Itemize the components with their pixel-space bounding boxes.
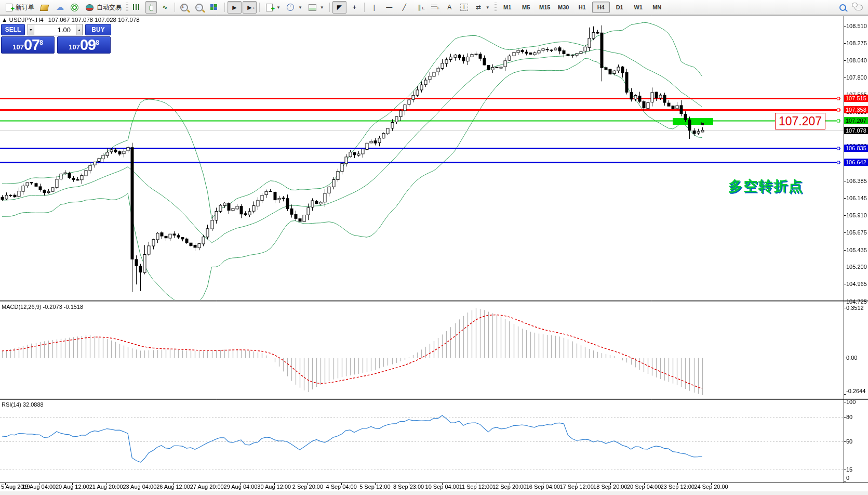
price-level-badge[interactable]: 107.207 (844, 117, 868, 124)
crosshair-button[interactable]: + (348, 1, 362, 14)
price-level-badge[interactable]: 106.642 (844, 159, 868, 166)
candle-chart-button[interactable] (145, 1, 157, 14)
autotrade-button[interactable]: 自动交易 (83, 1, 124, 14)
label-tool-button[interactable]: T (458, 1, 471, 14)
time-tick-label: 26 Aug 12:00 (156, 484, 190, 490)
vline-tool-button[interactable]: | (367, 1, 381, 14)
timeframe-D1[interactable]: D1 (611, 2, 629, 13)
timeframe-W1[interactable]: W1 (630, 2, 647, 13)
volume-input[interactable]: 1.00 (34, 24, 76, 35)
buy-price-sup: 8 (96, 40, 99, 46)
fibonacci-tool-button[interactable]: F (428, 1, 442, 14)
sell-button[interactable]: SELL (1, 24, 25, 35)
price-level-badge[interactable]: 106.835 (844, 145, 868, 152)
macd-tick-label: 0.00 (846, 355, 857, 361)
volume-down-button[interactable]: ▼ (28, 24, 34, 35)
price-tick-label: 104.965 (846, 281, 867, 287)
timeframe-M1[interactable]: M1 (499, 2, 516, 13)
time-tick-label: 12 Sep 20:00 (492, 484, 526, 490)
periods-button[interactable]: ▼ (284, 1, 305, 14)
signals-button[interactable] (68, 1, 82, 14)
buy-price-big: 09 (80, 37, 96, 53)
time-tick-label: 24 Sep 20:00 (694, 484, 728, 490)
time-tick-label: 5 Sep 12:00 (359, 484, 390, 490)
vline-icon: | (370, 3, 379, 11)
timeframe-group: M1M5M15M30H1H4D1W1MN (499, 2, 666, 13)
shapes-tool-button[interactable]: ⇄▼ (472, 1, 492, 14)
chat-button[interactable] (852, 1, 866, 14)
line-chart-button[interactable]: ∿ (158, 1, 172, 14)
time-axis: 5 Aug 201919 Aug 04:0020 Aug 12:0021 Aug… (0, 484, 868, 491)
sell-label: SELL (5, 26, 21, 33)
rsi-tick-label: 15 (846, 466, 852, 473)
timeframe-MN[interactable]: MN (648, 2, 666, 13)
time-tick-label: 8 Sep 23:00 (393, 484, 424, 490)
buy-price-panel[interactable]: 107098 (57, 36, 111, 54)
mt4-window: { "toolbar": { "new_order": "新订单", "auto… (0, 0, 868, 495)
timeframe-H1[interactable]: H1 (573, 2, 591, 13)
annotation-text[interactable]: 多空转折点 (728, 177, 804, 196)
bar-chart-button[interactable] (130, 1, 144, 14)
gold-icon (40, 5, 49, 11)
market-button[interactable] (38, 1, 52, 14)
toolbar: 新订单 ☁ 自动交易 ∿ + − ▶ ▶+ ▼ ▼ ▼ ◤ + | — ╱ ∥E… (0, 0, 868, 15)
community-button[interactable]: ☁ (53, 1, 67, 14)
cursor-button[interactable]: ◤ (332, 1, 346, 14)
channel-tool-button[interactable]: ∥E (412, 1, 426, 14)
new-order-button[interactable]: 新订单 (2, 1, 37, 14)
time-tick-label: 18 Sep 20:00 (593, 484, 627, 490)
toolbar-grip (495, 3, 497, 12)
channel-icon: ∥E (415, 3, 424, 11)
rsi-tick-label: 0 (846, 475, 849, 481)
price-tick-label: 105.910 (846, 212, 867, 218)
new-order-label: 新订单 (16, 3, 34, 12)
macd-label: MACD(12,26,9) -0.2073 -0.1518 (2, 304, 83, 310)
price-callout-107207[interactable]: 107.207 (775, 113, 825, 129)
toolbar-grip (126, 3, 128, 12)
tile-windows-button[interactable] (208, 1, 222, 14)
zoom-out-button[interactable]: − (193, 1, 207, 14)
flag-marker-icon[interactable]: ⚑ (700, 121, 705, 128)
buy-button[interactable]: BUY (85, 24, 111, 35)
trendline-tool-button[interactable]: ╱ (397, 1, 411, 14)
price-tick-label: 108.040 (846, 57, 867, 63)
chart-shift-button[interactable]: ▶+ (243, 1, 257, 14)
hline-tool-button[interactable]: — (382, 1, 396, 14)
price-level-badge[interactable]: 107.358 (844, 106, 868, 113)
separator (224, 3, 225, 12)
search-icon (839, 4, 846, 11)
volume-up-button[interactable]: ▲ (76, 24, 83, 35)
zoom-in-button[interactable]: + (178, 1, 192, 14)
auto-scroll-button[interactable]: ▶ (228, 1, 242, 14)
indicators-button[interactable]: ▼ (262, 1, 283, 14)
separator (364, 3, 365, 12)
candle-chart-icon (148, 4, 154, 11)
timeframe-M30[interactable]: M30 (555, 2, 572, 13)
volume-stepper: ▼ 1.00 ▲ (28, 24, 83, 35)
price-tick-label: 106.145 (846, 195, 867, 201)
tile-icon (210, 4, 217, 10)
timeframe-M15[interactable]: M15 (536, 2, 554, 13)
chat-icon (854, 5, 863, 10)
text-icon: A (445, 3, 454, 11)
sell-price-prefix: 107 (12, 42, 24, 53)
search-button[interactable] (837, 1, 851, 14)
time-tick-label: 10 Sep 04:00 (425, 484, 459, 490)
separator (175, 3, 175, 12)
price-tick-label: 108.510 (846, 23, 867, 29)
sell-price-panel[interactable]: 107078 (1, 36, 55, 54)
timeframe-M5[interactable]: M5 (517, 2, 535, 13)
macd-tick-label: -0.2644 (846, 388, 865, 394)
templates-button[interactable]: ▼ (306, 1, 327, 14)
bar-chart-icon (133, 4, 139, 10)
signal-icon (71, 4, 78, 11)
line-chart-icon: ∿ (161, 3, 169, 11)
time-tick-label: 4 Sep 04:00 (326, 484, 356, 490)
price-level-badge[interactable]: 107.515 (844, 95, 868, 102)
timeframe-H4[interactable]: H4 (592, 2, 610, 13)
auto-scroll-icon: ▶ (230, 3, 239, 11)
symbol-period: USDJPY-,H4 (9, 17, 44, 23)
time-tick-label: 19 Aug 04:00 (22, 484, 56, 490)
text-tool-button[interactable]: A (443, 1, 457, 14)
chart-canvas[interactable] (0, 0, 868, 495)
